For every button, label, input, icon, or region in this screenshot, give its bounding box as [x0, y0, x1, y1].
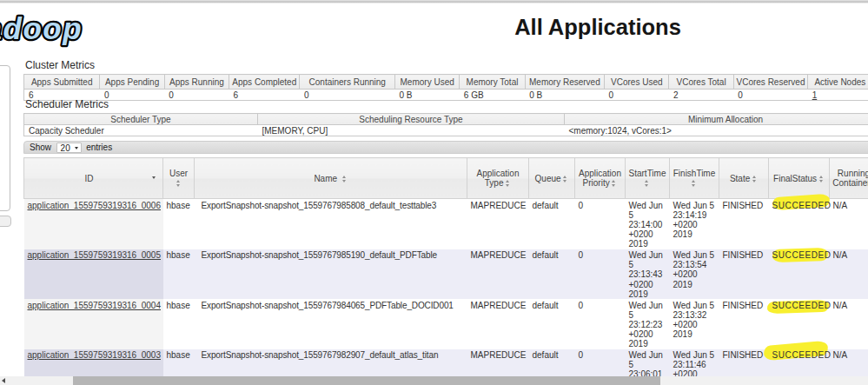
svg-text:doop: doop — [3, 11, 83, 45]
svg-text:a: a — [0, 11, 2, 45]
